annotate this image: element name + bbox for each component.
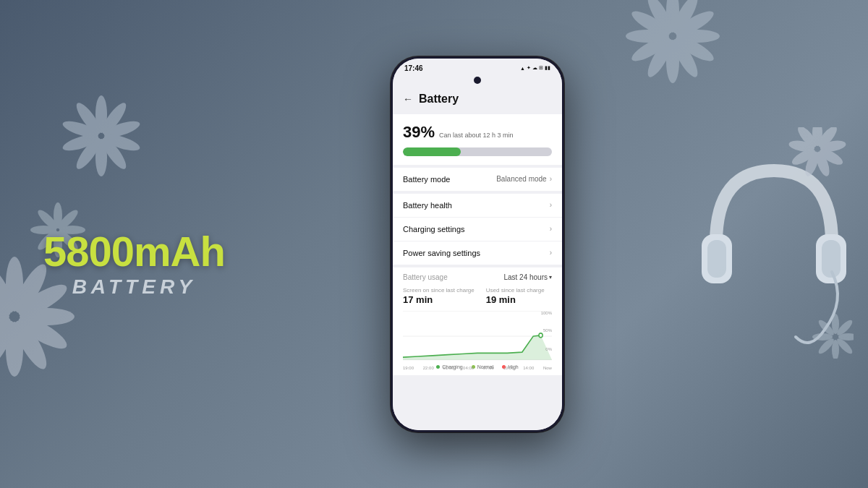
battery-settings-section: Battery health › Charging settings › Pow… xyxy=(393,194,562,265)
screen-content: ← Battery 39% Can last about 12 h 3 min xyxy=(393,85,562,430)
chart-label-8: Now xyxy=(543,366,552,370)
chart-label-5: 07:00 xyxy=(483,366,494,370)
charging-settings-chevron-icon: › xyxy=(550,225,552,233)
battery-health-chevron-icon: › xyxy=(550,201,552,209)
headphones-decoration xyxy=(694,127,854,361)
camera-dot xyxy=(474,77,481,84)
used-since-label: Used since last charge xyxy=(486,287,545,294)
svg-rect-31 xyxy=(707,240,726,278)
power-saving-label: Power saving settings xyxy=(403,249,480,257)
battery-chart: 100% 50% 0% xyxy=(403,311,552,361)
screen-on-stat: Screen on since last charge 17 min xyxy=(403,287,475,305)
used-since-stat: Used since last charge 19 min xyxy=(486,287,545,305)
power-saving-item[interactable]: Power saving settings › xyxy=(393,241,562,265)
battery-mode-item[interactable]: Battery mode Balanced mode › xyxy=(393,168,562,191)
battery-text-label: BATTERY xyxy=(43,275,225,299)
status-bar: 17:46 ▲ ✦ ☁ ⊞ ▮▮ xyxy=(393,59,562,75)
top-right-decoration xyxy=(615,0,731,97)
usage-period-selector[interactable]: Last 24 hours ▾ xyxy=(503,273,552,281)
chart-label-4: 04:00 xyxy=(463,366,474,370)
phone-frame: 17:46 ▲ ✦ ☁ ⊞ ▮▮ ← Battery xyxy=(391,56,564,432)
battery-mode-label: Battery mode xyxy=(403,175,450,184)
screen-on-label: Screen on since last charge xyxy=(403,287,475,294)
charging-settings-label: Charging settings xyxy=(403,225,465,234)
network-icon: ⊞ xyxy=(539,65,543,71)
chart-svg xyxy=(403,311,552,361)
usage-period-chevron-icon: ▾ xyxy=(549,274,552,281)
battery-icon: ▮▮ xyxy=(545,65,550,71)
usage-stats-row: Screen on since last charge 17 min Used … xyxy=(403,287,552,305)
usage-header: Battery usage Last 24 hours ▾ xyxy=(403,273,552,281)
chart-label-3: 01:00 xyxy=(443,366,454,370)
svg-point-66 xyxy=(539,333,542,338)
battery-mode-chevron-icon: › xyxy=(550,175,552,183)
chart-x-labels: 19:00 22:00 01:00 04:00 07:00 10:00 14:0… xyxy=(403,366,552,370)
phone-device: 17:46 ▲ ✦ ☁ ⊞ ▮▮ ← Battery xyxy=(391,56,564,432)
battery-health-item[interactable]: Battery health › xyxy=(393,194,562,218)
chart-label-2: 22:00 xyxy=(423,366,434,370)
chart-y-0: 0% xyxy=(545,347,552,351)
charging-settings-item[interactable]: Charging settings › xyxy=(393,218,562,241)
bluetooth-icon: ✦ xyxy=(527,65,531,71)
battery-health-label: Battery health xyxy=(403,201,452,210)
battery-mode-section: Battery mode Balanced mode › xyxy=(393,168,562,191)
battery-percentage: 39% xyxy=(403,123,435,142)
status-icons: ▲ ✦ ☁ ⊞ ▮▮ xyxy=(520,65,550,71)
power-saving-chevron-icon: › xyxy=(550,249,552,257)
battery-time-remaining: Can last about 12 h 3 min xyxy=(439,132,514,139)
battery-mode-value: Balanced mode xyxy=(496,175,547,183)
used-since-value: 19 min xyxy=(486,294,545,305)
page-title: Battery xyxy=(419,93,459,106)
battery-status-section: 39% Can last about 12 h 3 min xyxy=(393,114,562,165)
signal-icon: ▲ xyxy=(520,66,525,71)
chart-label-6: 10:00 xyxy=(503,366,514,370)
battery-percentage-row: 39% Can last about 12 h 3 min xyxy=(403,123,552,142)
battery-bar xyxy=(403,147,552,156)
screen-header: ← Battery xyxy=(393,85,562,111)
battery-usage-section: Battery usage Last 24 hours ▾ Screen on … xyxy=(393,267,562,375)
chart-label-7: 14:00 xyxy=(523,366,534,370)
chart-y-50: 50% xyxy=(543,328,552,333)
screen-on-value: 17 min xyxy=(403,294,475,305)
battery-bar-fill xyxy=(403,147,461,156)
usage-title: Battery usage xyxy=(403,273,448,281)
battery-capacity-label: 5800mAh BATTERY xyxy=(43,231,225,299)
back-button[interactable]: ← xyxy=(403,93,413,105)
battery-mah-value: 5800mAh xyxy=(43,231,225,273)
camera-area xyxy=(393,75,562,85)
chart-label-1: 19:00 xyxy=(403,366,414,370)
phone-screen: 17:46 ▲ ✦ ☁ ⊞ ▮▮ ← Battery xyxy=(393,59,562,430)
wifi-icon: ☁ xyxy=(532,65,537,71)
status-time: 17:46 xyxy=(404,64,423,72)
chart-y-100: 100% xyxy=(541,311,552,315)
usage-period-label: Last 24 hours xyxy=(503,273,548,281)
battery-mode-value-row: Balanced mode › xyxy=(496,175,552,183)
